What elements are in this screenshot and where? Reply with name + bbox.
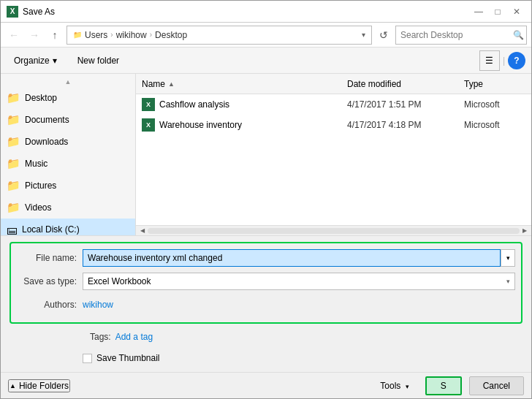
maximize-button[interactable]: □ (489, 4, 506, 19)
address-bar[interactable]: 📁 Users › wikihow › Desktop ▾ (66, 26, 372, 45)
hide-folders-label: Hide Folders (19, 381, 69, 391)
table-row[interactable]: X Warehouse inventory 4/17/2017 4:18 PM … (136, 115, 531, 135)
sidebar-item-localdisk[interactable]: 🖴 Local Disk (C:) (1, 218, 135, 235)
authors-row: Authors: wikihow (17, 294, 515, 315)
view-button[interactable]: ☰ (479, 50, 500, 71)
filename-row: File name: ▾ (17, 248, 515, 268)
form-highlight-box: File name: ▾ Save as type: Excel Workboo… (10, 242, 522, 324)
downloads-folder-icon: 📁 (7, 135, 20, 148)
authors-label: Authors: (17, 300, 83, 310)
scroll-track (148, 228, 520, 234)
hide-folders-chevron-icon: ▲ (10, 382, 16, 390)
drive-icon: 🖴 (7, 224, 18, 236)
column-date[interactable]: Date modified (341, 79, 458, 89)
search-input[interactable] (400, 30, 510, 40)
desktop-folder-icon: 📁 (7, 91, 20, 104)
save-label: S (441, 381, 446, 391)
up-button[interactable]: ↑ (46, 26, 64, 44)
tools-label: Tools (380, 381, 400, 391)
sort-arrow-icon: ▲ (168, 80, 175, 88)
save-thumbnail-label: Save Thumbnail (96, 353, 160, 363)
new-folder-button[interactable]: New folder (70, 50, 126, 71)
sidebar-label-pictures: Pictures (25, 180, 56, 191)
thumbnail-checkbox-area[interactable]: Save Thumbnail (83, 353, 160, 363)
horizontal-scrollbar[interactable]: ◀ ▶ (136, 225, 531, 235)
folder-icon: 📁 (73, 31, 82, 39)
sidebar-label-music: Music (25, 159, 48, 169)
file-type-1: Microsoft (458, 99, 531, 110)
sidebar-label-localdisk: Local Disk (C:) (22, 224, 80, 235)
search-box[interactable]: 🔍 (395, 26, 527, 45)
scroll-up-indicator: ▲ (1, 77, 135, 87)
status-bar: ▲ Hide Folders Tools ▾ S Cancel (1, 372, 531, 398)
back-button[interactable]: ← (5, 26, 23, 44)
pictures-folder-icon: 📁 (7, 179, 20, 192)
add-tag-button[interactable]: Add a tag (115, 332, 153, 342)
column-type[interactable]: Type (458, 79, 531, 89)
sidebar-item-desktop[interactable]: 📁 Desktop (1, 87, 135, 109)
file-name-cell: X Warehouse inventory (136, 118, 341, 132)
main-area: ▲ 📁 Desktop 📁 Documents 📁 Downloads 📁 Mu… (1, 74, 531, 235)
tags-row: Tags: Add a tag (90, 327, 522, 347)
sidebar-item-documents[interactable]: 📁 Documents (1, 109, 135, 131)
save-as-type-row: Save as type: Excel Workbook ▾ (17, 271, 515, 292)
sidebar-wrapper: ▲ 📁 Desktop 📁 Documents 📁 Downloads 📁 Mu… (1, 74, 136, 235)
column-name[interactable]: Name ▲ (136, 74, 341, 94)
file-header: Name ▲ Date modified Type (136, 74, 531, 94)
file-date-2: 4/17/2017 4:18 PM (341, 120, 458, 130)
table-row[interactable]: X Cashflow analysis 4/17/2017 1:51 PM Mi… (136, 94, 531, 115)
filename-label: File name: (17, 253, 83, 263)
refresh-button[interactable]: ↺ (375, 26, 392, 44)
sidebar-item-pictures[interactable]: 📁 Pictures (1, 175, 135, 197)
toolbar: Organize ▾ New folder ☰ | ? (1, 48, 531, 74)
minimize-button[interactable]: — (470, 4, 487, 19)
cancel-label: Cancel (483, 381, 510, 391)
sep1: › (110, 31, 113, 39)
file-name-1: Cashflow analysis (159, 99, 229, 110)
hide-folders-button[interactable]: ▲ Hide Folders (8, 379, 70, 392)
thumbnail-row: Save Thumbnail (10, 350, 522, 366)
tags-label: Tags: (90, 332, 111, 342)
filename-dropdown-btn[interactable]: ▾ (501, 249, 515, 267)
help-button[interactable]: ? (508, 52, 525, 69)
scroll-right-button[interactable]: ▶ (520, 227, 530, 235)
toolbar-right: ☰ | ? (479, 50, 525, 71)
sidebar-item-videos[interactable]: 📁 Videos (1, 197, 135, 218)
close-button[interactable]: ✕ (508, 4, 525, 19)
save-button[interactable]: S (425, 376, 462, 395)
file-area: Name ▲ Date modified Type X Cashflow ana… (136, 74, 531, 235)
organize-button[interactable]: Organize ▾ (7, 50, 64, 71)
sidebar-item-music[interactable]: 📁 Music (1, 153, 135, 175)
save-as-type-label: Save as type: (17, 276, 83, 286)
file-name-2: Warehouse inventory (159, 120, 242, 130)
save-as-type-select[interactable]: Excel Workbook ▾ (83, 273, 515, 290)
tools-chevron-icon: ▾ (406, 383, 409, 390)
documents-folder-icon: 📁 (7, 113, 20, 126)
tools-button[interactable]: Tools ▾ (371, 376, 417, 395)
videos-folder-icon: 📁 (7, 201, 20, 214)
cancel-button[interactable]: Cancel (469, 376, 524, 395)
file-type-2: Microsoft (458, 120, 531, 130)
sidebar-label-downloads: Downloads (25, 137, 68, 147)
excel-file-icon: X (142, 98, 155, 111)
file-name-cell: X Cashflow analysis (136, 98, 341, 111)
filename-input[interactable] (83, 249, 501, 267)
breadcrumb-wikihow: wikihow (116, 30, 147, 40)
save-as-type-value: Excel Workbook (88, 276, 151, 286)
search-icon: 🔍 (513, 30, 524, 40)
save-thumbnail-checkbox[interactable] (83, 354, 92, 363)
sidebar-item-downloads[interactable]: 📁 Downloads (1, 131, 135, 153)
navigation-bar: ← → ↑ 📁 Users › wikihow › Desktop ▾ ↺ 🔍 (1, 23, 531, 48)
sidebar-label-documents: Documents (25, 115, 69, 125)
forward-button[interactable]: → (26, 26, 43, 44)
form-area: File name: ▾ Save as type: Excel Workboo… (1, 235, 531, 372)
scroll-left-button[interactable]: ◀ (137, 227, 148, 235)
sep2: › (150, 31, 152, 39)
sidebar-label-videos: Videos (25, 202, 51, 213)
view-sep-icon: | (503, 56, 505, 66)
music-folder-icon: 📁 (7, 157, 20, 170)
sidebar-label-desktop: Desktop (25, 93, 57, 103)
file-list: X Cashflow analysis 4/17/2017 1:51 PM Mi… (136, 94, 531, 225)
authors-value: wikihow (83, 300, 113, 310)
breadcrumb-users: Users (85, 30, 107, 40)
